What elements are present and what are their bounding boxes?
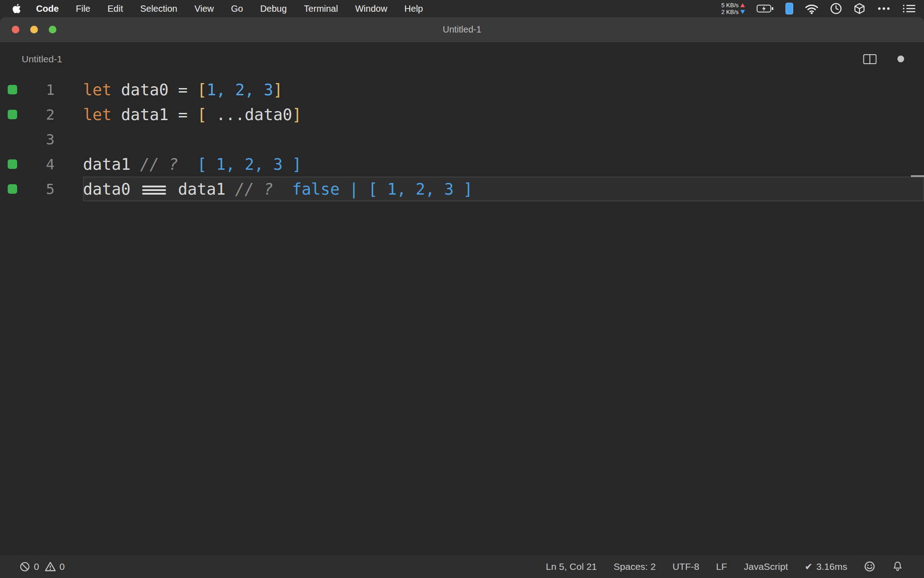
menu-item-edit[interactable]: Edit xyxy=(99,4,131,14)
split-editor-icon[interactable] xyxy=(863,54,877,65)
wifi-icon[interactable] xyxy=(805,4,818,14)
triple-equals-ligature xyxy=(140,185,168,195)
code-token-spread: ... xyxy=(216,106,245,124)
code-line-1[interactable]: 1let data0 = [1, 2, 3] xyxy=(0,77,924,102)
code-token-kw: let xyxy=(83,106,111,124)
line-number[interactable]: 2 xyxy=(23,106,55,123)
code-token-plain xyxy=(130,155,140,173)
code-token-plain xyxy=(111,106,121,124)
quokka-time-value: 3.16ms xyxy=(816,561,847,572)
warnings-icon xyxy=(45,561,56,572)
cube-icon[interactable] xyxy=(854,3,865,14)
status-eol[interactable]: LF xyxy=(716,561,727,572)
menu-item-view[interactable]: View xyxy=(186,4,222,14)
status-cursor-position[interactable]: Ln 5, Col 21 xyxy=(546,561,597,572)
code-token-bracket: ] xyxy=(273,81,282,99)
menu-item-debug[interactable]: Debug xyxy=(252,4,296,14)
menu-item-window[interactable]: Window xyxy=(346,4,396,14)
status-bar-right: Ln 5, Col 21 Spaces: 2 UTF-8 LF JavaScri… xyxy=(546,561,903,572)
code-text: data1 // ? [ 1, 2, 3 ] xyxy=(83,155,302,173)
menu-bar: Code File Edit Selection View Go Debug T… xyxy=(0,0,924,17)
code-line-4[interactable]: 4data1 // ? [ 1, 2, 3 ] xyxy=(0,152,924,177)
code-token-var: data1 xyxy=(178,180,226,198)
traffic-lights xyxy=(12,17,56,42)
line-number[interactable]: 3 xyxy=(23,131,55,148)
apple-logo-icon[interactable] xyxy=(13,4,21,14)
code-token-var: data1 xyxy=(121,106,168,124)
line-number[interactable]: 4 xyxy=(23,156,55,173)
code-token-plain: = xyxy=(169,81,197,99)
code-token-var: data0 xyxy=(245,106,292,124)
menu-bar-status-area: 5 KB/s 2 KB/s xyxy=(721,2,916,15)
notifications-bell-icon[interactable] xyxy=(892,561,903,572)
code-token-result: false xyxy=(292,180,339,198)
errors-icon xyxy=(19,561,30,572)
menu-item-selection[interactable]: Selection xyxy=(132,4,186,14)
code-token-comment: // ? xyxy=(235,180,273,198)
code-token-comment: // ? xyxy=(140,155,178,173)
editor-lines: 1let data0 = [1, 2, 3]2let data1 = [ ...… xyxy=(0,75,924,201)
code-token-plain xyxy=(207,106,216,124)
menu-item-code[interactable]: Code xyxy=(28,4,67,14)
window-title: Untitled-1 xyxy=(443,24,481,35)
code-token-num: 1, 2, 3 xyxy=(207,81,273,99)
status-language-mode[interactable]: JavaScript xyxy=(744,561,788,572)
code-line-3[interactable]: 3 xyxy=(0,127,924,152)
menu-item-file[interactable]: File xyxy=(67,4,99,14)
device-battery-icon[interactable] xyxy=(785,3,793,14)
code-line-5[interactable]: 5data0 data1 // ? false | [ 1, 2, 3 ] xyxy=(0,177,924,201)
feedback-smiley-icon[interactable] xyxy=(864,561,875,572)
zoom-window-button[interactable] xyxy=(49,26,56,33)
warnings-count: 0 xyxy=(60,561,65,572)
code-token-plain xyxy=(111,81,121,99)
menu-item-terminal[interactable]: Terminal xyxy=(296,4,347,14)
code-token-plain xyxy=(359,180,368,198)
code-line-2[interactable]: 2let data1 = [ ...data0] xyxy=(0,102,924,127)
line-number[interactable]: 1 xyxy=(23,81,55,98)
code-token-bracket: [ xyxy=(197,106,207,124)
status-encoding[interactable]: UTF-8 xyxy=(672,561,699,572)
text-cursor: | xyxy=(349,180,359,198)
editor-header: Untitled-1 xyxy=(0,42,924,75)
window-titlebar[interactable]: Untitled-1 xyxy=(0,17,924,42)
code-token-plain xyxy=(273,180,292,198)
problems-status[interactable]: 0 0 xyxy=(19,561,65,572)
quokka-coverage-marker xyxy=(0,184,23,194)
code-token-var: data0 xyxy=(83,180,130,198)
code-token-var: data1 xyxy=(83,155,130,173)
code-token-bracket: [ xyxy=(197,81,207,99)
code-text: data0 data1 // ? false | [ 1, 2, 3 ] xyxy=(83,180,473,198)
status-indentation[interactable]: Spaces: 2 xyxy=(614,561,656,572)
unsaved-changes-dot[interactable] xyxy=(897,56,904,62)
minimize-window-button[interactable] xyxy=(30,26,38,33)
code-token-plain xyxy=(130,180,140,198)
status-bar: 0 0 Ln 5, Col 21 Spaces: 2 UTF-8 LF Java… xyxy=(0,555,924,578)
network-down-label: 2 KB/s xyxy=(721,9,739,15)
code-token-plain xyxy=(168,180,178,198)
status-quokka-time[interactable]: ✔ 3.16ms xyxy=(805,561,847,572)
quokka-coverage-marker xyxy=(0,110,23,119)
menu-item-go[interactable]: Go xyxy=(222,4,252,14)
code-text: let data1 = [ ...data0] xyxy=(83,106,302,124)
code-editor[interactable]: 1let data0 = [1, 2, 3]2let data1 = [ ...… xyxy=(0,75,924,555)
menu-item-help[interactable]: Help xyxy=(396,4,431,14)
check-icon: ✔ xyxy=(805,561,813,572)
download-arrow-icon xyxy=(740,10,745,14)
code-text: let data0 = [1, 2, 3] xyxy=(83,81,283,99)
close-window-button[interactable] xyxy=(12,26,19,33)
ellipsis-icon[interactable] xyxy=(877,6,891,11)
code-token-plain xyxy=(340,180,349,198)
list-icon[interactable] xyxy=(902,4,916,14)
clock-icon[interactable] xyxy=(830,3,842,14)
battery-charging-icon[interactable] xyxy=(757,5,774,13)
editor-tab-title[interactable]: Untitled-1 xyxy=(22,54,62,65)
editor-actions xyxy=(863,54,904,65)
network-speed-indicator[interactable]: 5 KB/s 2 KB/s xyxy=(721,2,745,15)
code-token-plain: = xyxy=(169,106,197,124)
code-token-kw: let xyxy=(83,81,111,99)
code-token-var: data0 xyxy=(121,81,168,99)
errors-count: 0 xyxy=(34,561,39,572)
overview-ruler-cursor-mark xyxy=(911,175,924,177)
code-token-plain xyxy=(178,155,197,173)
line-number[interactable]: 5 xyxy=(23,181,55,198)
